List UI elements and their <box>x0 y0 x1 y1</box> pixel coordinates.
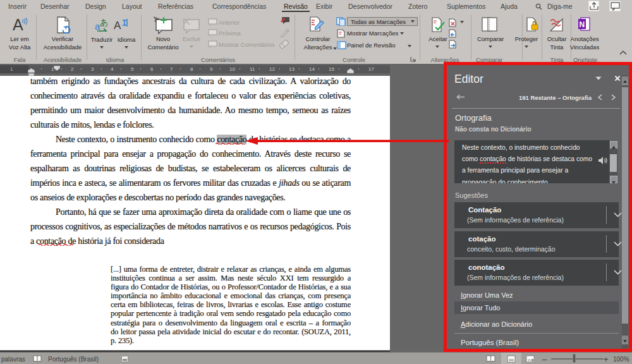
svg-text:あ: あ <box>100 18 108 27</box>
svg-text:A: A <box>114 20 121 32</box>
svg-text:N: N <box>580 20 585 29</box>
svg-text:A: A <box>13 16 23 32</box>
